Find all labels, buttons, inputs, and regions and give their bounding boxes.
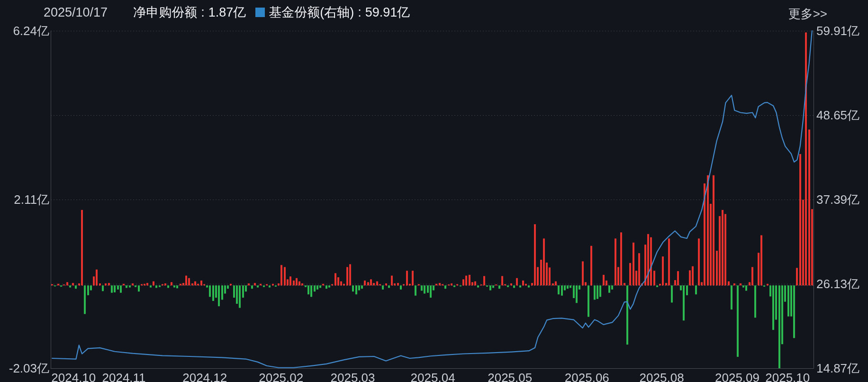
legend-value-net-subscription: 1.87亿: [208, 4, 246, 21]
fund-flow-chart-panel: 2025/10/17 净申购份额:1.87亿 基金份额(右轴):59.91亿 更…: [0, 0, 868, 382]
more-link[interactable]: 更多>>: [788, 6, 827, 22]
legend-colon: :: [201, 5, 205, 20]
legend-label-net-subscription: 净申购份额: [133, 4, 197, 21]
bar-series-swatch-icon: [120, 6, 129, 19]
chart-plot-area[interactable]: [0, 0, 868, 382]
legend-label-fund-shares: 基金份额(右轴): [269, 4, 354, 21]
legend-item-fund-shares[interactable]: 基金份额(右轴):59.91亿: [255, 4, 410, 21]
legend-value-fund-shares: 59.91亿: [365, 4, 410, 21]
legend-colon: :: [358, 5, 362, 20]
legend-item-net-subscription[interactable]: 净申购份额:1.87亿: [120, 4, 246, 21]
line-series-swatch-icon: [255, 8, 265, 17]
legend-date: 2025/10/17: [44, 5, 108, 20]
chart-legend: 2025/10/17 净申购份额:1.87亿 基金份额(右轴):59.91亿: [44, 4, 410, 21]
